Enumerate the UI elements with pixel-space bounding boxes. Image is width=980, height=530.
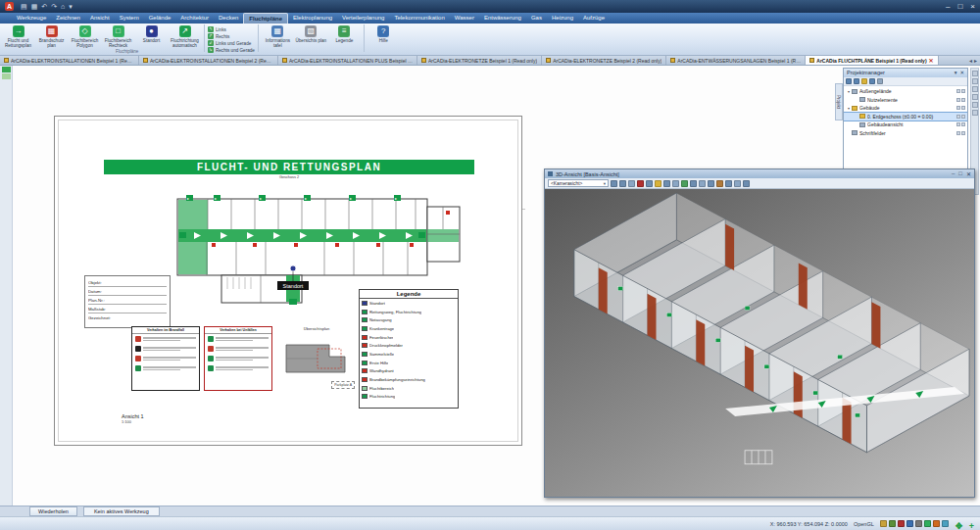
ribbon-button[interactable]: ● Standort: [135, 24, 168, 48]
ribbon-button[interactable]: ▧ Übersichts plan: [295, 24, 327, 48]
project-side-tab[interactable]: Projekt: [835, 83, 843, 120]
view3d-minimize-button[interactable]: –: [952, 170, 955, 177]
maximize-button[interactable]: □: [957, 0, 962, 13]
app-logo-icon[interactable]: A: [5, 2, 14, 11]
print-flag-icon[interactable]: [961, 98, 965, 102]
quick-access-icon[interactable]: ▦: [31, 0, 38, 13]
view3d-tool-icon[interactable]: [646, 180, 653, 187]
ribbon-small-button[interactable]: ↰ Links: [208, 26, 255, 32]
ribbon-tab[interactable]: Heizung: [547, 13, 578, 24]
document-tab[interactable]: ArCADia-ENTWÄSSERUNGSANLAGEN Beispiel 1 …: [666, 56, 806, 65]
view3d-tool-icon[interactable]: [663, 180, 670, 187]
print-flag-icon[interactable]: [961, 106, 965, 110]
view3d-viewport[interactable]: [545, 189, 974, 497]
status-tray-icon[interactable]: [915, 520, 922, 527]
ribbon-button[interactable]: ≡ Legende: [328, 24, 361, 48]
ribbon-button[interactable]: ▦ Informations tafel: [262, 24, 294, 48]
help-button[interactable]: ? Hilfe: [368, 24, 400, 43]
minimize-button[interactable]: –: [946, 0, 950, 13]
view3d-tool-icon[interactable]: [690, 180, 697, 187]
toolbar-icon[interactable]: [869, 78, 875, 84]
view3d-tool-icon[interactable]: [619, 180, 626, 187]
print-flag-icon[interactable]: [961, 89, 965, 93]
view3d-tool-icon[interactable]: [681, 180, 688, 187]
print-flag-icon[interactable]: [961, 122, 965, 126]
view3d-maximize-button[interactable]: □: [958, 170, 962, 177]
insert-view-icon[interactable]: [0, 67, 12, 79]
ribbon-tab[interactable]: Ansicht: [85, 13, 115, 24]
quick-access-icon[interactable]: ↶: [41, 0, 47, 13]
redo-tool-button[interactable]: Wiederholen: [29, 506, 77, 516]
view3d-tool-icon[interactable]: [611, 180, 617, 187]
drawing-workspace[interactable]: FLUCHT- UND RETTUNGSPLAN Geschoss 2: [0, 66, 980, 506]
visibility-icon[interactable]: [956, 106, 960, 110]
ribbon-button[interactable]: ◇ Fluchtbereich Polygon: [69, 24, 101, 48]
strip-icon[interactable]: [972, 102, 978, 108]
ribbon-small-button[interactable]: ↲ Links und Gerade: [208, 40, 255, 46]
ribbon-small-button[interactable]: ↱ Rechts: [208, 33, 255, 39]
view3d-tool-icon[interactable]: [743, 180, 750, 187]
pin-icon[interactable]: ▾: [955, 69, 957, 77]
print-flag-icon[interactable]: [961, 115, 965, 119]
tab-scroll-right-icon[interactable]: ▸: [974, 57, 977, 64]
view3d-tool-icon[interactable]: [655, 180, 662, 187]
quick-access-icon[interactable]: ▤: [21, 0, 27, 13]
print-flag-icon[interactable]: [961, 131, 965, 135]
visibility-icon[interactable]: [956, 98, 960, 102]
ribbon-tab[interactable]: Decken: [214, 13, 243, 24]
view3d-window[interactable]: 3D-Ansicht [Basis-Ansicht] – □ ✕ <Kamera…: [544, 169, 975, 498]
view3d-tool-icon[interactable]: [725, 180, 732, 187]
strip-icon[interactable]: [972, 110, 978, 116]
close-panel-icon[interactable]: ✕: [959, 69, 964, 77]
status-tray-icon[interactable]: [889, 520, 896, 527]
tab-scroll-left-icon[interactable]: ◂: [969, 57, 972, 64]
view3d-tool-icon[interactable]: [734, 180, 741, 187]
ribbon-tab[interactable]: Architektur: [175, 13, 214, 24]
view3d-titlebar[interactable]: 3D-Ansicht [Basis-Ansicht] – □ ✕: [545, 169, 974, 178]
status-tray-icon[interactable]: [906, 520, 913, 527]
document-tab[interactable]: ArCADia-ELEKTROINSTALLATIONEN Beispiel 1…: [0, 56, 139, 65]
quick-access-icon[interactable]: ⌂: [61, 0, 65, 13]
ribbon-tab[interactable]: Telekommunikation: [389, 13, 449, 24]
ribbon-tab[interactable]: Gas: [526, 13, 547, 24]
ribbon-button[interactable]: □ Fluchtbereich Rechteck: [102, 24, 134, 48]
ribbon-tab[interactable]: System: [115, 13, 144, 24]
view3d-close-button[interactable]: ✕: [966, 170, 971, 177]
visibility-icon[interactable]: [956, 131, 960, 135]
view3d-tool-icon[interactable]: [699, 180, 706, 187]
status-tray-icon[interactable]: [880, 520, 887, 527]
visibility-icon[interactable]: [956, 122, 960, 126]
document-tab[interactable]: ArCADia-ELEKTROINSTALLATIONEN Beispiel 2…: [139, 56, 278, 65]
ribbon-small-button[interactable]: ↳ Rechts und Gerade: [208, 47, 255, 53]
ribbon-tab[interactable]: Aufzüge: [578, 13, 610, 24]
strip-icon[interactable]: [972, 78, 978, 84]
project-tree-item[interactable]: ▾ Gebäude: [844, 104, 967, 113]
close-button[interactable]: ×: [970, 0, 975, 13]
status-tray-icon[interactable]: [898, 520, 905, 527]
document-tab[interactable]: ArCADia-ELEKTRONETZE Beispiel 2 (Read on…: [542, 56, 666, 65]
ribbon-button[interactable]: → Flucht und Rettungsplan: [2, 24, 34, 48]
ribbon-tab[interactable]: Wasser: [450, 13, 479, 24]
visibility-icon[interactable]: [956, 115, 960, 119]
plan-sheet[interactable]: FLUCHT- UND RETTUNGSPLAN Geschoss 2: [54, 116, 522, 446]
project-tree-item[interactable]: ▾ Außengelände: [844, 87, 967, 96]
status-tray-icon[interactable]: [924, 520, 931, 527]
strip-icon[interactable]: [972, 94, 978, 100]
ribbon-tab[interactable]: Elektroplanung: [288, 13, 337, 24]
project-tree-item[interactable]: Gebäudeansicht: [844, 120, 967, 129]
view3d-tool-icon[interactable]: [708, 180, 714, 187]
document-tab[interactable]: ArCADia-ELEKTROINSTALLATIONEN PLUS Beisp…: [278, 56, 417, 65]
ribbon-tab[interactable]: Gelände: [144, 13, 176, 24]
view3d-tool-icon[interactable]: [672, 180, 679, 187]
quick-access-icon[interactable]: ↷: [51, 0, 57, 13]
ribbon-tab[interactable]: Verteilerplanung: [337, 13, 389, 24]
project-tree-item[interactable]: 0. Erdgeschoss (±0.00 = 0.00): [844, 113, 967, 121]
quick-access-icon[interactable]: ▾: [69, 0, 73, 13]
zoom-in-icon[interactable]: +: [968, 521, 975, 530]
toolbar-icon[interactable]: [846, 78, 852, 84]
strip-icon[interactable]: [972, 86, 978, 92]
project-tree-item[interactable]: Nutzelemente: [844, 96, 967, 105]
document-tab[interactable]: ArCADia FLUCHTPLÄNE Beispiel 1 (Read onl…: [806, 56, 938, 65]
toolbar-icon[interactable]: [861, 78, 867, 84]
toolbar-icon[interactable]: [877, 78, 883, 84]
